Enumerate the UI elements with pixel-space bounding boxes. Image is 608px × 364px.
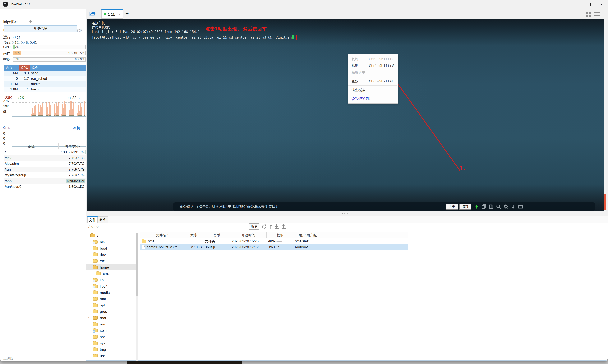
window-mode-icon[interactable] <box>518 204 523 209</box>
tree-item-dev[interactable]: dev <box>86 251 136 258</box>
process-row[interactable]: 6M 3.3 sshd <box>4 71 86 76</box>
tree-item-etc[interactable]: etc <box>86 258 136 264</box>
up-directory-icon[interactable] <box>268 224 273 229</box>
tree-item-root[interactable]: ›root <box>86 315 136 321</box>
tree-item-sys[interactable]: sys <box>86 340 136 346</box>
layout-grid-icon[interactable] <box>586 12 591 17</box>
file-header-0[interactable]: 文件名 ^ <box>140 232 184 238</box>
chevron-collapsed-icon[interactable]: › <box>87 315 90 319</box>
history-button[interactable]: 历史 <box>446 204 458 209</box>
system-info-button[interactable]: 系统信息 <box>4 26 77 32</box>
upload-file-icon[interactable] <box>281 224 286 229</box>
download-file-icon[interactable] <box>274 224 279 229</box>
tree-item-proc[interactable]: proc <box>86 308 136 315</box>
tree-item-sbin[interactable]: ↗sbin <box>86 327 136 334</box>
search-icon[interactable] <box>496 204 501 209</box>
tree-item-/[interactable]: / <box>86 233 136 239</box>
options-button[interactable]: 选项 <box>459 204 471 209</box>
process-header-cmd[interactable]: 命令 <box>30 65 86 71</box>
lightning-icon[interactable] <box>474 204 479 209</box>
net-download-bar <box>62 115 63 116</box>
tree-item-boot[interactable]: boot <box>86 245 136 251</box>
disk-row[interactable]: /boot 139M/296M <box>4 178 86 184</box>
tree-item-mnt[interactable]: mnt <box>86 296 136 302</box>
menu-icon[interactable] <box>594 12 600 17</box>
process-header-mem[interactable]: 内存 <box>4 65 19 71</box>
net-download-bar <box>71 115 72 116</box>
process-row[interactable]: 1.1M 1 auditd <box>4 81 86 87</box>
file-header-3[interactable]: 修改时间 <box>230 232 267 238</box>
path-input[interactable] <box>88 224 247 229</box>
tree-item-run[interactable]: run <box>86 321 136 327</box>
disk-row[interactable]: /dev/shm 7.7G/7.7G <box>4 161 86 167</box>
disk-row[interactable]: /sys/fs/cgroup 7.7G/7.7G <box>4 172 86 178</box>
file-header-1[interactable]: 大小 <box>184 232 203 238</box>
terminal-scrollbar-thumb[interactable] <box>604 194 606 210</box>
minimize-button[interactable]: — <box>571 0 583 9</box>
command-input-bar[interactable]: 命令输入 （双击Ctrl切换,Alt历史,Tab路径/命令,Esc关闭窗口） 历… <box>173 202 595 211</box>
gear-icon[interactable] <box>503 204 508 209</box>
disk-table-header[interactable]: 路径 可用/大小 <box>4 143 86 149</box>
tree-item-opt[interactable]: opt <box>86 302 136 308</box>
disk-row[interactable]: /run/user/0 1.5G/1.5G <box>4 184 86 190</box>
tree-item-usr[interactable]: usr <box>86 353 136 359</box>
file-row-smz[interactable]: smz 文件夹 2025/03/28 16:25 drwx------ smz/… <box>140 238 408 244</box>
close-button[interactable]: ✕ <box>595 0 608 9</box>
tree-item-smz[interactable]: smz <box>86 271 136 277</box>
tab-close-icon[interactable]: × <box>119 12 121 16</box>
tab-commands[interactable]: 命令 <box>98 216 108 223</box>
process-row[interactable]: 1.6M 1 bash <box>4 87 86 92</box>
context-menu-item[interactable]: 粘贴Ctrl+Shift+V <box>348 62 398 69</box>
disk-size: 7.7G/7.7G <box>59 167 86 172</box>
tree-item-tmp[interactable]: tmp <box>86 346 136 353</box>
title-bar[interactable]: FinalShell 4.5.12 — ✕ <box>0 0 608 9</box>
chevron-expanded-icon[interactable]: › <box>86 266 90 268</box>
tree-item-media[interactable]: media <box>86 289 136 296</box>
path-history-button[interactable]: 历史 <box>249 223 259 230</box>
tree-scrollbar-thumb[interactable] <box>136 233 138 296</box>
disk-row[interactable]: /dev 7.7G/7.7G <box>4 155 86 161</box>
tab-files[interactable]: 文件 <box>87 216 98 223</box>
disk-header-path[interactable]: 路径 <box>4 143 59 149</box>
disk-row[interactable]: /run 7.7G/7.7G <box>4 167 86 172</box>
tree-item-lib[interactable]: ↗lib <box>86 277 136 283</box>
process-table-header[interactable]: 内存 CPU 命令 <box>4 65 86 71</box>
paste-icon[interactable] <box>489 204 494 209</box>
file-header-2[interactable]: 类型 <box>203 232 230 238</box>
tree-item-partial[interactable] <box>86 359 136 360</box>
tree-item-lib64[interactable]: ↗lib64 <box>86 283 136 289</box>
net-upload-bar <box>63 107 64 116</box>
context-menu-item[interactable]: 查找Ctrl+Shift+F <box>348 78 398 85</box>
file-header-5[interactable]: 用户/用户组 <box>294 232 322 238</box>
file-row-centos_hai_zt_v3.ta...[interactable]: centos_hai_zt_v3.ta... 2.1 GB 360zip 202… <box>140 244 408 250</box>
folder-icon: ↗ <box>93 285 98 288</box>
panel-divider[interactable] <box>86 211 608 216</box>
context-menu-item[interactable]: 清空缓存 <box>348 87 398 93</box>
file-mtime-cell: 2025/03/28 17:12 <box>230 245 267 249</box>
maximize-button[interactable] <box>583 0 595 9</box>
terminal[interactable]: 连接主机...连接主机成功Last login: Fri Mar 28 02:0… <box>87 19 604 211</box>
tree-item-bin[interactable]: ↗bin <box>86 239 136 245</box>
refresh-icon[interactable] <box>261 224 267 229</box>
tree-item-srv[interactable]: srv <box>86 334 136 340</box>
tree-item-home[interactable]: ›home <box>86 264 136 271</box>
ping-axis-tick: 0 <box>3 132 5 135</box>
process-row[interactable]: 0 1.7 rcu_sched <box>4 76 86 81</box>
file-header-4[interactable]: 权限 <box>267 232 294 238</box>
session-tab[interactable]: 1 11 × <box>101 9 123 19</box>
download-arrow-icon[interactable] <box>510 204 516 209</box>
process-header-cpu[interactable]: CPU <box>19 65 30 71</box>
sidebar-empty-panel <box>4 201 75 352</box>
open-connection-icon[interactable] <box>89 11 96 17</box>
tree-scrollbar[interactable] <box>136 233 138 361</box>
disk-row[interactable]: / 183.6G/191.7G <box>4 149 86 155</box>
new-tab-button[interactable]: + <box>125 10 129 17</box>
context-menu-item[interactable]: 设置背景图片 <box>348 95 398 102</box>
copy-icon[interactable] <box>481 204 487 209</box>
ping-target[interactable]: 本机 <box>73 126 80 130</box>
terminal-scrollbar[interactable] <box>604 19 607 211</box>
interface-select[interactable]: ens33▼ <box>66 96 80 100</box>
disk-path: /boot <box>4 178 59 184</box>
meter-swap: 交换 0% 0/7.9G <box>0 57 86 62</box>
disk-header-size[interactable]: 可用/大小 <box>59 143 86 149</box>
